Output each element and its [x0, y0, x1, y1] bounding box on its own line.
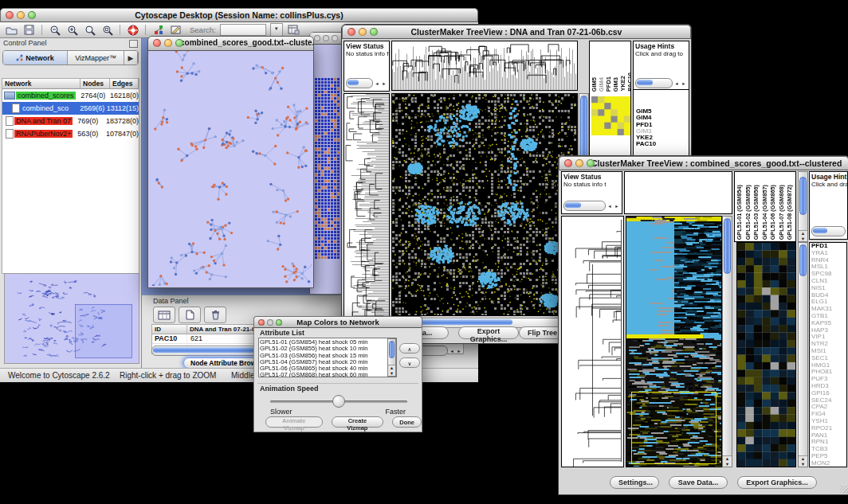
gene-label[interactable]: CLN1: [811, 278, 846, 285]
minimize-button[interactable]: [323, 35, 329, 41]
background-network-titlebar[interactable]: [310, 33, 345, 45]
gene-label[interactable]: PAC10: [636, 141, 689, 147]
summary-matrix-canvas[interactable]: [591, 96, 630, 135]
gene-label[interactable]: MON2: [811, 460, 846, 467]
column-label[interactable]: GPL51-01 (GSM854): [736, 185, 744, 240]
gene-label[interactable]: TCB3: [811, 446, 846, 453]
dialog-titlebar[interactable]: Map Colors to Network: [253, 316, 422, 328]
float-panel-icon[interactable]: [129, 40, 138, 48]
global-heatmap-canvas[interactable]: [626, 217, 721, 467]
dense-network-grid-view[interactable]: [314, 76, 341, 264]
global-heatmap-panel[interactable]: [626, 216, 722, 467]
usage-hints-scrollbar[interactable]: ◄ ►: [635, 78, 687, 88]
zoom-out-icon[interactable]: [48, 24, 61, 37]
minimize-button[interactable]: [17, 11, 25, 19]
gene-label[interactable]: MSI1: [811, 348, 846, 355]
dialog-action-button[interactable]: Done: [392, 416, 422, 428]
row-dendrogram-panel[interactable]: [344, 93, 390, 324]
zoom-fit-icon[interactable]: [83, 24, 96, 37]
move-up-button[interactable]: ∧: [399, 343, 420, 354]
gene-label[interactable]: PAN1: [811, 432, 846, 440]
birdseye-overview-panel[interactable]: [4, 273, 139, 364]
gene-label[interactable]: CPA2: [811, 404, 846, 411]
heatmap-canvas[interactable]: [392, 94, 577, 315]
gene-label[interactable]: HRD3: [811, 383, 846, 390]
gene-label[interactable]: PFD1: [811, 243, 846, 250]
select-attributes-button[interactable]: [153, 307, 175, 323]
dialog-action-button[interactable]: Create Vizmap: [332, 416, 384, 428]
network-table-header[interactable]: Network Nodes Edges: [2, 79, 139, 89]
move-down-button[interactable]: ∨: [399, 357, 420, 368]
network-table-row[interactable]: RNAPuberNov2+ 563(0) 107847(0): [2, 127, 139, 140]
gene-label[interactable]: NIS1: [811, 285, 846, 292]
search-dropdown-button[interactable]: ▼: [270, 23, 283, 37]
gene-label[interactable]: MAK31: [811, 306, 846, 313]
scroll-right-icon[interactable]: ►: [456, 349, 462, 354]
close-button[interactable]: [564, 159, 572, 167]
tab-overflow-arrow[interactable]: ▶: [124, 51, 138, 64]
zoom-in-icon[interactable]: [65, 24, 79, 37]
annotation-icon[interactable]: [169, 24, 183, 37]
zoom-button[interactable]: [587, 159, 595, 167]
delete-attribute-button[interactable]: [204, 307, 226, 323]
column-dendrogram-canvas[interactable]: [392, 41, 577, 90]
view-status-scrollbar[interactable]: ◄ ►: [346, 78, 387, 88]
minimize-button[interactable]: [267, 319, 273, 326]
gene-label[interactable]: RPN1: [811, 439, 846, 446]
column-label[interactable]: PFD1: [605, 76, 612, 92]
row-dendrogram-canvas[interactable]: [344, 94, 389, 323]
treeview-action-button[interactable]: Export Graphics...: [737, 476, 817, 489]
column-label[interactable]: GIM3: [612, 77, 619, 92]
heatmap-panel[interactable]: [391, 93, 578, 316]
column-label[interactable]: GPL51-08 (GSM872): [786, 185, 795, 240]
summary-matrix-panel[interactable]: [591, 96, 630, 135]
gene-label[interactable]: SPC98: [811, 271, 846, 278]
treeview-action-button[interactable]: Export Graphics...: [458, 326, 519, 339]
gene-label[interactable]: NTR2: [811, 341, 846, 348]
slider-thumb[interactable]: [332, 395, 345, 408]
network-table-row[interactable]: DNA and Tran 07 769(0) 183728(0): [2, 115, 139, 127]
save-icon[interactable]: [22, 24, 36, 37]
zoom-heatmap-panel[interactable]: [736, 242, 796, 467]
zoom-button[interactable]: [276, 319, 282, 326]
gene-label[interactable]: PUF3: [811, 376, 846, 383]
scroll-right-icon[interactable]: ►: [681, 81, 687, 86]
zoom-button[interactable]: [370, 28, 378, 36]
network-view-titlebar[interactable]: combined_scores_good.txt--cluste...: [148, 37, 313, 51]
scroll-left-icon[interactable]: ◄: [673, 81, 680, 86]
row-dendrogram-panel[interactable]: [561, 216, 624, 467]
column-dendrogram-panel[interactable]: [624, 171, 732, 214]
column-label[interactable]: GPL51-06 (GSM865): [769, 185, 778, 240]
search-input[interactable]: [220, 24, 266, 36]
tab-vizmapper[interactable]: VizMapper™: [68, 51, 124, 64]
dialog-action-button[interactable]: Animate Vizmap: [265, 416, 323, 428]
zoom-button[interactable]: [332, 35, 338, 41]
scroll-arrows[interactable]: ▲▼: [388, 365, 395, 376]
gene-label[interactable]: HAP3: [811, 327, 846, 334]
tab-network[interactable]: Network: [3, 51, 68, 64]
scroll-left-icon[interactable]: ◄: [607, 204, 613, 209]
scroll-arrows[interactable]: ▲▼: [799, 230, 807, 241]
column-label[interactable]: YKE2: [619, 76, 626, 92]
gene-label[interactable]: ELG1: [811, 299, 846, 306]
close-button[interactable]: [258, 319, 265, 326]
resize-grip[interactable]: [840, 486, 848, 494]
column-label[interactable]: PAC10: [626, 72, 631, 92]
global-heatmap-vscrollbar[interactable]: ▲▼: [722, 216, 732, 467]
network-graph-view[interactable]: [148, 51, 312, 286]
attribute-browser-icon[interactable]: [287, 24, 300, 37]
treeview2-titlebar[interactable]: ClusterMaker TreeView : combined_scores_…: [559, 156, 848, 170]
scroll-right-icon[interactable]: ►: [381, 81, 387, 86]
gene-label[interactable]: VIP1: [811, 334, 846, 341]
scroll-right-icon[interactable]: ►: [614, 204, 620, 209]
gene-label[interactable]: GIM4: [636, 115, 689, 121]
treeview-action-button[interactable]: Save Data...: [669, 476, 728, 489]
vizmapper-nodes-icon[interactable]: [151, 24, 165, 37]
gene-label[interactable]: GIM3: [636, 128, 689, 135]
gene-label[interactable]: PFD1: [636, 122, 689, 128]
row-dendrogram-canvas[interactable]: [562, 217, 623, 467]
zoom-button[interactable]: [175, 39, 183, 47]
scroll-arrows[interactable]: ▲▼: [799, 455, 807, 467]
gene-label[interactable]: KAP95: [811, 320, 846, 327]
gene-label[interactable]: YSH1: [811, 418, 846, 425]
